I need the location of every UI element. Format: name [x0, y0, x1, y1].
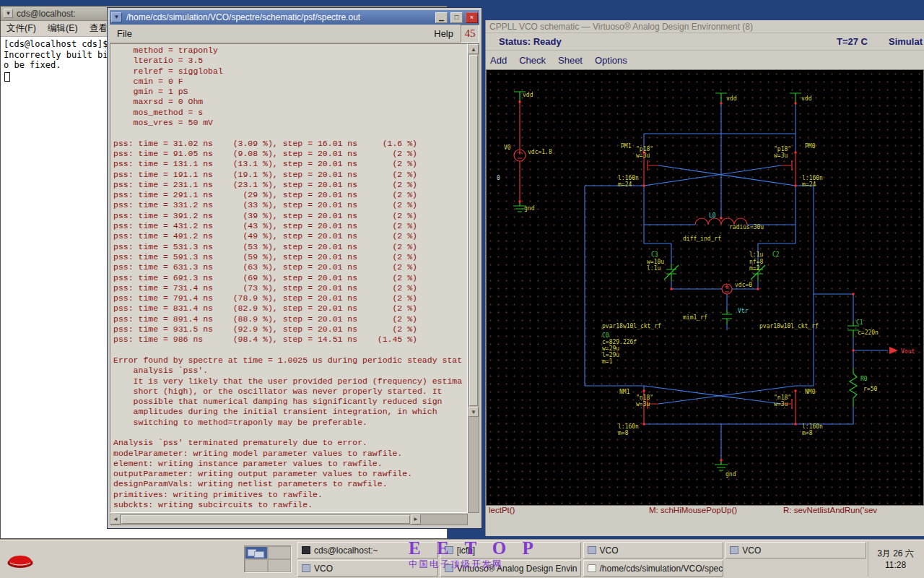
schematic-label: vdd	[801, 95, 812, 102]
menu-add[interactable]: Add	[490, 55, 507, 66]
scrollbar-corner	[468, 514, 479, 525]
minimize-button[interactable]: ▁	[435, 12, 448, 23]
schematic-label: C3	[651, 251, 658, 258]
taskbar-button[interactable]: VCO	[297, 560, 438, 577]
taskbar-button[interactable]: VCO	[583, 542, 724, 558]
schematic-label: w=3u	[636, 401, 650, 407]
vout-pin-flag[interactable]	[889, 347, 898, 354]
schematic-label: Vtr	[738, 308, 749, 314]
terminal-menu-edit[interactable]: 编辑(E)	[48, 22, 78, 35]
scroll-down-icon[interactable]: ▼	[468, 407, 479, 417]
taskbar-button[interactable]: cds@localhost:~	[297, 542, 438, 558]
message-count-badge: 45	[461, 25, 479, 43]
horizontal-scrollbar[interactable]: ◄ ►	[110, 514, 468, 525]
spectre-output-window: ▼ /home/cds/simulation/VCO/spectre/schem…	[107, 7, 482, 529]
time-display: 11:28	[885, 559, 906, 571]
schematic-label: vdd	[726, 95, 737, 102]
workspace-3[interactable]	[245, 559, 268, 572]
schematic-label: 0	[497, 175, 500, 181]
prompt-right-binding: R: sevN​etlistAndRun('sev	[783, 506, 877, 514]
menu-help[interactable]: Help	[427, 25, 461, 43]
vertical-scrollbar-thumb[interactable]	[469, 55, 478, 406]
taskbar-button-label: /home/cds/simulation/VCO/spectr	[600, 564, 724, 574]
virtuoso-titlebar[interactable]: CPPLL VCO schematic — Virtuoso® Analog D…	[486, 20, 924, 33]
workspace-1-active[interactable]	[245, 546, 268, 559]
window-menu-icon[interactable]: ▼	[111, 12, 122, 22]
window-icon	[730, 546, 738, 554]
schematic-label: nf=8	[749, 259, 763, 265]
schematic-label: c=829.226f	[602, 339, 637, 345]
taskbar-button[interactable]: VCO	[725, 542, 866, 558]
simulator-label: Simulat	[889, 36, 923, 47]
menu-options[interactable]: Options	[595, 55, 627, 66]
taskbar-button-label: Virtuoso® Analog Design Envin	[457, 564, 578, 574]
schematic-label: diff_ind_rf	[683, 236, 721, 242]
spectre-output-text-area[interactable]: method = traponly lteratio = 3.5 relref …	[110, 43, 468, 513]
schematic-label: "p18"	[774, 146, 791, 152]
close-button[interactable]: ×	[466, 12, 478, 23]
taskbar-button[interactable]: /home/cds/simulation/VCO/spectr	[583, 560, 724, 577]
schematic-label: l:160n	[618, 423, 639, 430]
clock[interactable]: 3月 26 六 11:28	[868, 542, 923, 577]
window-icon	[588, 546, 596, 554]
schematic-drawing: vddV0vdc=1.80gndvddvddPM1"p18"w=3ul:160n…	[487, 70, 924, 505]
menu-file[interactable]: File	[110, 25, 139, 43]
task-button-list: cds@localhost:~[icfb]VCOVCOVCOVirtuoso® …	[297, 542, 866, 577]
workspace-4[interactable]	[268, 559, 291, 572]
virtuoso-menubar: Add Check Sheet Options	[486, 51, 924, 69]
document-icon	[588, 564, 596, 572]
spectre-titlebar[interactable]: ▼ /home/cds/simulation/VCO/spectre/schem…	[110, 10, 479, 25]
schematic-label: m=8	[618, 430, 629, 436]
virtuoso-footer	[486, 517, 924, 536]
schematic-label: r=50	[863, 386, 877, 392]
schematic-label: m=2	[749, 265, 760, 272]
schematic-label: c=220n	[858, 329, 879, 336]
spectre-output-text: method = traponly lteratio = 3.5 relref …	[110, 44, 467, 510]
schematic-label: PM1	[621, 143, 632, 150]
schematic-label: radius=30u	[729, 224, 764, 230]
taskbar-button-label: VCO	[314, 564, 333, 574]
schematic-label: Vout	[901, 348, 915, 355]
window-menu-icon[interactable]: ▼	[4, 9, 13, 18]
schematic-label: w=3u	[774, 401, 788, 407]
taskbar-button-label: cds@localhost:~	[314, 545, 378, 556]
schematic-label: mim1_rf	[683, 314, 707, 321]
workspace-pager[interactable]	[244, 545, 292, 573]
terminal-icon	[302, 546, 310, 554]
schematic-label: m=24	[802, 181, 816, 188]
taskbar-button-label: [icfb]	[457, 545, 475, 556]
scroll-left-icon[interactable]: ◄	[110, 514, 121, 525]
window-icon	[445, 564, 453, 572]
schematic-label: pvar18w10l_ckt_rf	[602, 323, 661, 329]
schematic-label: l:1u	[647, 265, 661, 272]
schematic-label: w=29u	[602, 345, 619, 352]
maximize-button[interactable]: □	[450, 12, 463, 23]
schematic-canvas[interactable]: vddV0vdc=1.80gndvddvddPM1"p18"w=3ul:160n…	[486, 69, 924, 506]
taskbar: cds@localhost:~[icfb]VCOVCOVCOVirtuoso® …	[0, 539, 924, 578]
workspace-2[interactable]	[268, 546, 291, 559]
scroll-up-icon[interactable]: ▲	[468, 44, 479, 54]
taskbar-button[interactable]: [icfb]	[440, 542, 581, 558]
miniature-window	[254, 551, 264, 558]
schematic-label: NM0	[805, 389, 816, 395]
status-ready-label: Status: Ready	[499, 36, 562, 47]
schematic-label: w=10u	[647, 259, 664, 265]
schematic-label: C1	[856, 319, 863, 326]
schematic-label: L0	[709, 212, 716, 219]
taskbar-button[interactable]: Virtuoso® Analog Design Envin	[440, 560, 581, 577]
schematic-label: m=24	[618, 181, 632, 188]
terminal-menu-file[interactable]: 文件(F)	[6, 22, 36, 35]
vertical-scrollbar[interactable]: ▲ ▼	[468, 43, 479, 513]
menu-sheet[interactable]: Sheet	[558, 55, 583, 66]
schematic-label: l=29u	[602, 352, 619, 358]
horizontal-scrollbar-thumb[interactable]	[121, 515, 410, 524]
schematic-label: pvar18w10l_ckt_rf	[759, 323, 819, 329]
redhat-logo[interactable]	[6, 545, 35, 574]
scroll-right-icon[interactable]: ►	[411, 514, 421, 525]
prompt-left: lectPt()	[489, 506, 515, 514]
menubar-spacer	[139, 25, 427, 43]
spectre-window-title: /home/cds/simulation/VCO/spectre/schemat…	[125, 12, 432, 22]
schematic-pins	[519, 101, 855, 462]
menu-check[interactable]: Check	[519, 55, 546, 66]
schematic-label: PM0	[805, 143, 816, 150]
